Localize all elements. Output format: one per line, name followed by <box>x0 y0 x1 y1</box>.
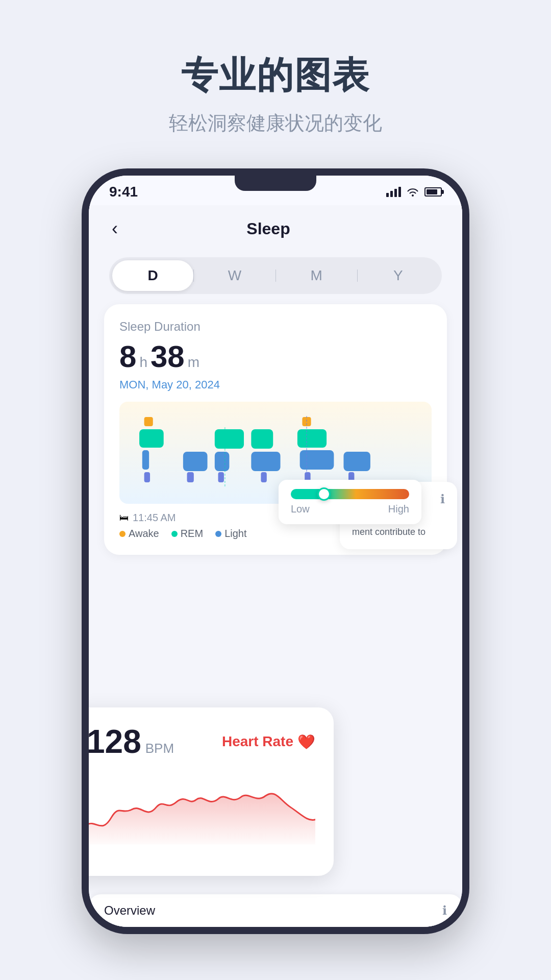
svg-rect-14 <box>300 450 334 470</box>
sleep-minutes: 38 <box>151 339 185 374</box>
svg-rect-16 <box>343 452 370 471</box>
svg-rect-13 <box>297 429 327 448</box>
sleep-card: Sleep Duration 8 h 38 m MON, May 20, 202… <box>104 304 447 555</box>
svg-rect-5 <box>187 472 193 482</box>
status-time: 9:41 <box>109 184 138 200</box>
svg-rect-11 <box>261 472 266 482</box>
svg-rect-3 <box>144 472 150 482</box>
wifi-icon <box>406 187 419 197</box>
app-content: ‹ Sleep D W M Y Sleep Duration <box>89 205 462 928</box>
status-icons <box>386 187 442 197</box>
color-bar-tooltip: Low High <box>279 480 421 524</box>
legend-rem: REM <box>171 528 203 540</box>
sleep-time-label: 11:45 AM <box>133 512 176 524</box>
rem-legend-dot <box>171 531 178 537</box>
heart-icon: ❤️ <box>297 733 315 750</box>
bed-icon: 🛏 <box>119 512 129 523</box>
hr-label: Heart Rate ❤️ <box>222 733 315 750</box>
hr-chart <box>89 769 315 861</box>
svg-rect-1 <box>139 429 164 448</box>
hr-header: 128 BPM Heart Rate ❤️ <box>89 723 315 761</box>
rem-legend-label: REM <box>181 528 203 540</box>
sleep-date: MON, May 20, 2024 <box>119 378 432 391</box>
tab-month[interactable]: M <box>276 260 357 291</box>
svg-rect-4 <box>183 452 208 471</box>
hr-unit: BPM <box>145 741 174 756</box>
color-bar <box>291 489 409 499</box>
awake-legend-label: Awake <box>129 528 159 540</box>
page-header: 专业的图表 轻松洞察健康状况的变化 <box>0 0 551 167</box>
sleep-duration-label: Sleep Duration <box>119 320 432 334</box>
svg-rect-10 <box>251 452 280 471</box>
sleep-minutes-unit: m <box>188 354 199 371</box>
phone-mockup: 9:41 <box>82 168 469 934</box>
nav-title: Sleep <box>120 219 416 238</box>
bottom-bar: Overview ℹ <box>89 894 462 927</box>
high-label: High <box>388 503 409 515</box>
color-bar-labels: Low High <box>291 503 409 515</box>
page-title: 专业的图表 <box>0 51 551 100</box>
info-icon-bottom: ℹ <box>442 903 447 918</box>
battery-icon <box>424 187 442 197</box>
tab-day[interactable]: D <box>112 260 193 291</box>
light-legend-label: Light <box>224 528 246 540</box>
svg-rect-7 <box>215 452 230 471</box>
overview-label: Overview <box>104 903 155 918</box>
page-subtitle: 轻松洞察健康状况的变化 <box>0 110 551 136</box>
hr-value: 128 BPM <box>89 723 174 761</box>
awake-legend-dot <box>119 531 126 537</box>
svg-rect-6 <box>215 429 244 449</box>
svg-rect-9 <box>251 429 273 449</box>
sleep-hours-unit: h <box>139 354 147 371</box>
legend-awake: Awake <box>119 528 159 540</box>
period-tabs: D W M Y <box>109 257 442 294</box>
svg-rect-0 <box>144 417 153 426</box>
svg-rect-8 <box>218 472 224 482</box>
low-label: Low <box>291 503 310 515</box>
sleep-hours: 8 <box>119 339 136 374</box>
tab-week[interactable]: W <box>194 260 275 291</box>
tab-year[interactable]: Y <box>358 260 439 291</box>
svg-rect-2 <box>142 450 149 470</box>
light-legend-dot <box>215 531 221 537</box>
phone-notch <box>235 176 316 191</box>
hr-number: 128 <box>89 723 141 761</box>
legend-light: Light <box>215 528 246 540</box>
signal-icon <box>386 187 401 197</box>
hr-chart-svg <box>89 769 315 861</box>
hr-label-text: Heart Rate <box>222 733 293 750</box>
info-icon-right: ℹ <box>440 492 445 506</box>
back-button[interactable]: ‹ <box>109 215 120 242</box>
heart-rate-card: 128 BPM Heart Rate ❤️ <box>89 707 334 876</box>
phone-shell: 9:41 <box>82 168 469 934</box>
sleep-duration-value: 8 h 38 m <box>119 339 432 374</box>
color-bar-thumb <box>317 487 331 501</box>
nav-bar: ‹ Sleep <box>89 205 462 252</box>
